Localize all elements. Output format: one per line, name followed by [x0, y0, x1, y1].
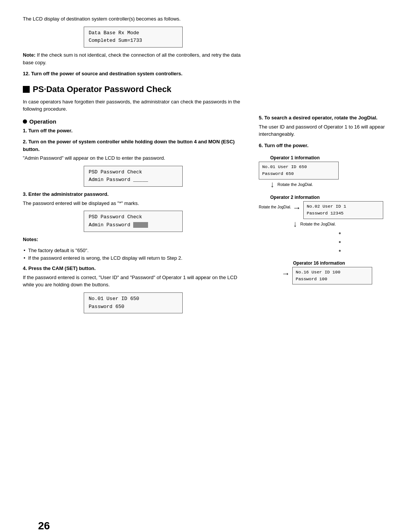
lcd2-line2: Admin Password _____ — [89, 176, 178, 184]
op1-line2: Password 650 — [262, 170, 335, 177]
op16-label: Operator 16 information — [293, 260, 388, 266]
step4-text: If the password entered is correct, "Use… — [23, 274, 244, 289]
section-title: PS·Data Operator Password Check — [23, 84, 244, 94]
op2-line1: No.02 User ID 1 — [307, 203, 380, 210]
step3-text: The password entered will be displayed a… — [23, 200, 244, 207]
section-title-text: PS·Data Operator Password Check — [33, 84, 171, 94]
op16-line1: No.16 User ID 100 — [296, 269, 369, 276]
rotate-jogdial-left-label: Rotate the JogDial. — [259, 205, 291, 209]
operator2-block: Operator 2 information Rotate the JogDia… — [259, 195, 388, 255]
step3: 3. Enter the administrator password. The… — [23, 191, 244, 207]
arrow-down-2-icon: ↓ — [293, 219, 297, 229]
op1-lcd: No.01 User ID 650 Password 650 — [259, 162, 339, 179]
lcd3-stars: ***** — [133, 222, 148, 228]
note1-label: Note: — [23, 52, 35, 58]
lcd3: PSD Password Check Admin Password ***** — [84, 211, 183, 232]
step2-text: "Admin Password" will appear on the LCD … — [23, 154, 244, 162]
step6: 6. Turn off the power. — [259, 142, 388, 149]
arrow-down-1-icon: ↓ — [270, 179, 274, 189]
dots2-icon: • — [293, 238, 388, 246]
step5-text: The user ID and password of Operator 1 t… — [259, 123, 388, 138]
black-square-icon — [23, 86, 30, 93]
op2-lcd: No.02 User ID 1 Password 12345 — [303, 201, 383, 219]
note1-block: Note: If the check sum is not identical,… — [23, 51, 244, 66]
diagram-column: 5. To search a desired operator, rotate … — [259, 15, 388, 317]
lcd3-line1: PSD Password Check — [89, 213, 178, 221]
op2-label: Operator 2 information — [270, 195, 388, 200]
step3-num: 3. — [23, 191, 27, 197]
step2-bold: Turn on the power of system controller w… — [23, 139, 235, 152]
lcd-database-line1: Data Base Rx Mode — [89, 29, 178, 37]
step4-bold: Press the CAM (SET) button. — [28, 265, 96, 271]
step6-num: 6. — [259, 143, 263, 148]
lcd2: PSD Password Check Admin Password _____ — [84, 166, 183, 187]
note1-content: If the check sum is not identical, check… — [23, 52, 241, 65]
lcd4-line2: Password 650 — [89, 303, 178, 311]
note1-text: Note: If the check sum is not identical,… — [23, 51, 244, 66]
operator1-block: Operator 1 information No.01 User ID 650… — [259, 155, 388, 189]
step1-text: Turn off the power. — [28, 128, 72, 133]
step2: 2. Turn on the power of system controlle… — [23, 138, 244, 162]
step2-num: 2. — [23, 139, 27, 145]
lcd-database: Data Base Rx Mode Completed Sum=1733 — [84, 27, 183, 48]
lcd-database-line2: Completed Sum=1733 — [89, 37, 178, 45]
step5-num: 5. — [259, 115, 263, 121]
op16-lcd: No.16 User ID 100 Password 100 — [292, 267, 372, 285]
left-arrow2-icon: → — [282, 269, 290, 279]
step6-bold: Turn off the power. — [264, 143, 308, 148]
lcd2-line1: PSD Password Check — [89, 168, 178, 176]
operator-diagram: 5. To search a desired operator, rotate … — [259, 114, 388, 284]
step1-num: 1. — [23, 128, 27, 133]
dots3-icon: • — [293, 247, 388, 255]
operation-title-text: Operation — [29, 118, 56, 125]
step5-bold: To search a desired operator, rotate the… — [264, 115, 377, 121]
step12-label: 12. Turn off the power of source and des… — [23, 71, 182, 76]
step4: 4. Press the CAM (SET) button. If the pa… — [23, 265, 244, 289]
op1-line1: No.01 User ID 650 — [262, 164, 335, 170]
operation-title: Operation — [23, 118, 244, 125]
step5: 5. To search a desired operator, rotate … — [259, 114, 388, 138]
left-arrow-icon: → — [293, 203, 301, 213]
op1-rotate-label: Rotate the JogDial. — [277, 182, 313, 187]
lcd4-line1: No.01 User ID 650 — [89, 295, 178, 303]
op16-line2: Password 100 — [296, 276, 369, 283]
dots-icon: • — [293, 230, 388, 238]
step3-bold: Enter the administrator password. — [28, 191, 108, 197]
notes2-item2: If the password entered is wrong, the LC… — [23, 254, 244, 262]
step12: 12. Turn off the power of source and des… — [23, 70, 244, 78]
step4-num: 4. — [23, 265, 27, 271]
intro-text: The LCD display of destination system co… — [23, 15, 244, 23]
notes2-block: Notes: The factory default is "650". If … — [23, 236, 244, 262]
operator16-block: Operator 16 information → No.16 User ID … — [259, 260, 388, 285]
notes2-item1: The factory default is "650". — [23, 247, 244, 254]
op2-rotate-label: Rotate the JogDial. — [300, 222, 336, 226]
section-intro: In case operators have forgotten their p… — [23, 98, 244, 113]
lcd4: No.01 User ID 650 Password 650 — [84, 292, 183, 314]
page-number: 26 — [38, 520, 50, 532]
op2-line2: Password 12345 — [307, 210, 380, 217]
op1-label: Operator 1 information — [270, 155, 388, 160]
notes2-label: Notes: — [23, 237, 38, 242]
bullet-circle-icon — [23, 119, 27, 124]
step1: 1. Turn off the power. — [23, 127, 244, 135]
lcd3-line2: Admin Password ***** — [89, 221, 178, 229]
